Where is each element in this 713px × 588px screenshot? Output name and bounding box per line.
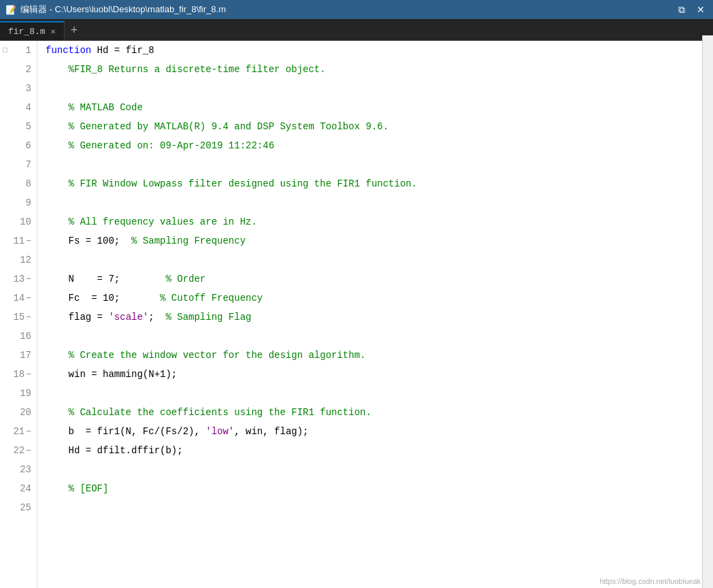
line-number-row: 13− <box>0 270 37 289</box>
line-number-row: 18− <box>0 365 37 384</box>
code-line: % Generated on: 09-Apr-2019 11:22:46 <box>46 136 713 155</box>
line-number: 6 <box>26 140 31 151</box>
close-button[interactable]: ✕ <box>694 3 708 16</box>
token-id: N = 7; <box>46 274 165 284</box>
line-number: 4 <box>26 102 31 113</box>
token-kw: function <box>46 45 91 56</box>
token-cm: % Generated on: 09-Apr-2019 11:22:46 <box>46 140 274 151</box>
line-number-row: 5 <box>0 117 37 136</box>
editor-area: □1234567891011−1213−14−15−161718−192021−… <box>0 41 713 588</box>
code-line: Fc = 10; % Cutoff Frequency <box>46 289 713 308</box>
code-line: % Create the window vector for the desig… <box>46 346 713 365</box>
code-content[interactable]: function Hd = fir_8 %FIR_8 Returns a dis… <box>37 41 713 588</box>
line-number: 16 <box>20 331 31 342</box>
code-line: Hd = dfilt.dffir(b); <box>46 441 713 460</box>
line-number-row: 15− <box>0 308 37 327</box>
code-line <box>46 79 713 98</box>
token-cm: % Sampling Flag <box>165 312 251 323</box>
line-number-row: 8 <box>0 174 37 193</box>
line-number-row: 22− <box>0 441 37 460</box>
line-number: 15 <box>13 312 24 323</box>
title-bar-left: 📝 编辑器 - C:\Users\luobl\Desktop\matlab_fi… <box>5 3 226 16</box>
line-number-row: 25 <box>0 498 37 517</box>
line-number: 17 <box>20 350 31 361</box>
restore-button[interactable]: ⧉ <box>675 3 689 16</box>
code-line: % Generated by MATLAB(R) 9.4 and DSP Sys… <box>46 117 713 136</box>
code-line: b = fir1(N, Fc/(Fs/2), 'low', win, flag)… <box>46 422 713 441</box>
token-cm: % Cutoff Frequency <box>160 293 263 304</box>
code-line: % All frequency values are in Hz. <box>46 212 713 231</box>
code-line <box>46 498 713 517</box>
tab-add-button[interactable]: + <box>65 21 84 40</box>
line-number-row: □1 <box>0 41 37 60</box>
line-number-row: 10 <box>0 212 37 231</box>
line-number: 3 <box>26 83 31 94</box>
line-number: 2 <box>26 64 31 75</box>
code-line: % FIR Window Lowpass filter designed usi… <box>46 174 713 193</box>
line-number-row: 11− <box>0 231 37 250</box>
window-title: 编辑器 - C:\Users\luobl\Desktop\matlab_fir_… <box>20 3 226 16</box>
code-line <box>46 250 713 270</box>
tab-close-icon[interactable]: ✕ <box>51 27 56 37</box>
line-number: 1 <box>26 45 31 56</box>
token-id: win = hamming(N+1); <box>46 369 177 380</box>
line-number: 11 <box>13 235 24 246</box>
line-number-row: 24 <box>0 479 37 498</box>
line-number-row: 23 <box>0 460 37 479</box>
line-number: 18 <box>13 369 24 380</box>
code-line <box>46 384 713 403</box>
minus-indicator: − <box>26 427 31 437</box>
tab-bar: fir_8.m ✕ + <box>0 19 713 41</box>
line-number-row: 2 <box>0 60 37 79</box>
line-number: 13 <box>13 274 24 284</box>
line-number: 9 <box>26 197 31 208</box>
tab-label: fir_8.m <box>8 27 46 37</box>
watermark: https://blog.csdn.net/luoblueak <box>599 577 701 585</box>
code-line <box>46 155 713 174</box>
line-number: 10 <box>20 216 31 227</box>
line-number: 20 <box>20 407 31 418</box>
line-number-row: 9 <box>0 193 37 212</box>
collapse-icon[interactable]: □ <box>3 46 7 54</box>
code-line: win = hamming(N+1); <box>46 365 713 384</box>
line-number: 14 <box>13 293 24 304</box>
line-number-row: 6 <box>0 136 37 155</box>
token-cm: % FIR Window Lowpass filter designed usi… <box>46 178 417 189</box>
line-number: 23 <box>20 464 31 475</box>
line-numbers: □1234567891011−1213−14−15−161718−192021−… <box>0 41 37 588</box>
token-str: 'scale' <box>108 312 148 323</box>
code-line: flag = 'scale'; % Sampling Flag <box>46 308 713 327</box>
token-cm: % MATLAB Code <box>46 102 143 113</box>
line-number-row: 4 <box>0 98 37 117</box>
line-number-row: 20 <box>0 403 37 422</box>
token-id: b = fir1(N, Fc/(Fs/2), <box>46 426 205 437</box>
token-cm: % Order <box>165 274 205 284</box>
code-line: % [EOF] <box>46 479 713 498</box>
minus-indicator: − <box>26 370 31 380</box>
title-bar-right: ⧉ ✕ <box>675 3 708 16</box>
token-id: ; <box>148 312 165 323</box>
code-line: % MATLAB Code <box>46 98 713 117</box>
line-number: 25 <box>20 502 31 513</box>
scrollbar[interactable] <box>702 35 713 588</box>
code-line: N = 7; % Order <box>46 270 713 289</box>
token-cm: %FIR_8 Returns a discrete-time filter ob… <box>46 64 326 75</box>
code-line <box>46 327 713 346</box>
code-line: % Calculate the coefficients using the F… <box>46 403 713 422</box>
token-id: Fs = 100; <box>46 235 131 246</box>
line-number-row: 7 <box>0 155 37 174</box>
tab-fir8[interactable]: fir_8.m ✕ <box>0 21 65 40</box>
line-number: 21 <box>13 426 24 437</box>
token-cm: % All frequency values are in Hz. <box>46 216 257 227</box>
token-id: flag = <box>46 312 108 323</box>
code-line: Fs = 100; % Sampling Frequency <box>46 231 713 250</box>
token-cm: % Calculate the coefficients using the F… <box>46 407 371 418</box>
line-number: 5 <box>26 121 31 132</box>
code-line <box>46 193 713 212</box>
token-cm: % Generated by MATLAB(R) 9.4 and DSP Sys… <box>46 121 388 132</box>
line-number-row: 3 <box>0 79 37 98</box>
line-number-row: 12 <box>0 250 37 270</box>
line-number-row: 16 <box>0 327 37 346</box>
minus-indicator: − <box>26 293 31 304</box>
line-number: 22 <box>13 445 24 456</box>
